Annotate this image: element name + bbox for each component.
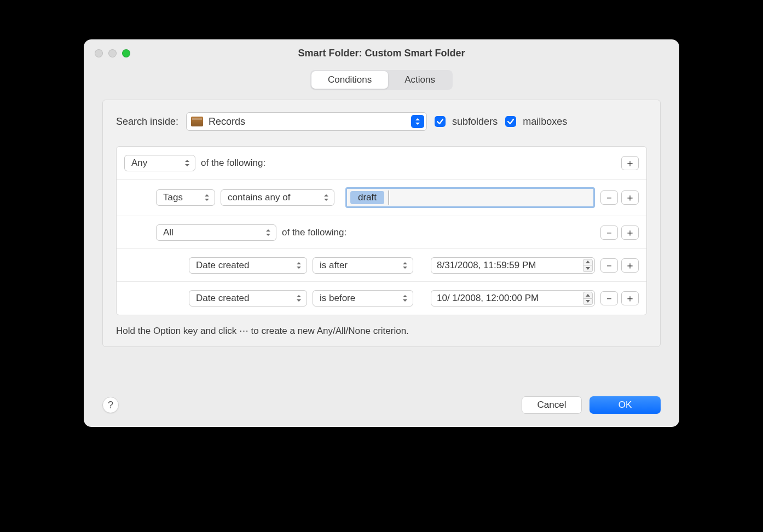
smart-folder-window: Smart Folder: Custom Smart Folder Condit… [84, 39, 679, 427]
attr-tags-select[interactable]: Tags [156, 189, 215, 206]
rule-row-date-before: Date created is before [117, 282, 646, 315]
add-rule-button[interactable]: ＋ [621, 291, 639, 305]
rule-row-tags: Tags contains any of dra [117, 180, 646, 216]
date-after-field[interactable]: 8/31/2008, 11:59:59 PM [431, 257, 595, 274]
conditions-panel: Search inside: Records subfolders [102, 100, 661, 347]
help-button[interactable]: ? [102, 397, 119, 413]
titlebar: Smart Folder: Custom Smart Folder [84, 39, 679, 67]
updown-icon [401, 295, 409, 302]
updown-icon [264, 229, 273, 236]
rule-row-all: All of the following: － ＋ [117, 216, 646, 249]
content-area: Conditions Actions Search inside: Record… [84, 67, 679, 384]
date-before-value: 10/ 1/2008, 12:00:00 PM [437, 293, 539, 304]
stepper-down-icon[interactable] [583, 299, 593, 305]
zoom-button[interactable] [122, 49, 130, 57]
attr-date-value: Date created [196, 293, 249, 304]
rule-row-date-after: Date created is after [117, 249, 646, 282]
updown-icon [294, 295, 303, 302]
add-rule-button[interactable]: ＋ [621, 190, 639, 205]
add-rule-button[interactable]: ＋ [621, 156, 639, 170]
window-title: Smart Folder: Custom Smart Folder [93, 48, 670, 59]
add-rule-button[interactable]: ＋ [621, 258, 639, 273]
mailboxes-option[interactable]: mailboxes [505, 116, 567, 128]
tab-actions[interactable]: Actions [388, 71, 452, 89]
attr-tags-value: Tags [163, 192, 183, 203]
attr-date-select[interactable]: Date created [189, 257, 307, 274]
subfolders-checkbox[interactable] [435, 116, 446, 127]
mailboxes-label: mailboxes [523, 116, 567, 128]
traffic-lights [95, 49, 130, 57]
folder-name: Records [209, 116, 406, 128]
search-inside-label: Search inside: [116, 116, 178, 128]
date-before-field[interactable]: 10/ 1/2008, 12:00:00 PM [431, 290, 595, 307]
mailboxes-checkbox[interactable] [505, 116, 516, 127]
footer: ? Cancel OK [84, 384, 679, 427]
date-stepper[interactable] [583, 259, 593, 272]
tags-input[interactable]: draft [345, 187, 595, 208]
updown-icon [401, 262, 409, 269]
folder-select[interactable]: Records [186, 112, 427, 131]
match-all-value: All [163, 227, 174, 238]
op-isbefore-value: is before [320, 293, 355, 304]
op-isafter-value: is after [320, 260, 348, 271]
tab-conditions[interactable]: Conditions [311, 71, 388, 89]
minimize-button[interactable] [108, 49, 117, 57]
op-contains-select[interactable]: contains any of [221, 189, 334, 206]
op-isafter-select[interactable]: is after [313, 257, 413, 274]
rules-list: Any of the following: ＋ Tags [116, 146, 647, 315]
cancel-button[interactable]: Cancel [522, 396, 582, 414]
stepper-up-icon[interactable] [583, 292, 593, 299]
attr-date-value: Date created [196, 260, 249, 271]
op-isbefore-select[interactable]: is before [313, 290, 413, 307]
dropdown-arrows-icon [411, 115, 424, 128]
updown-icon [294, 262, 303, 269]
segmented-tabs: Conditions Actions [310, 70, 453, 90]
remove-rule-button[interactable]: － [600, 225, 618, 240]
folder-icon [191, 117, 203, 126]
op-contains-value: contains any of [228, 192, 290, 203]
subfolders-option[interactable]: subfolders [435, 116, 498, 128]
match-all-select[interactable]: All [156, 224, 276, 241]
updown-icon [203, 194, 211, 201]
add-rule-button[interactable]: ＋ [621, 225, 639, 240]
tag-token-draft[interactable]: draft [350, 191, 384, 204]
updown-icon [322, 194, 331, 201]
date-stepper[interactable] [583, 292, 593, 305]
remove-rule-button[interactable]: － [600, 291, 618, 305]
remove-rule-button[interactable]: － [600, 258, 618, 273]
tags-text-field[interactable] [389, 190, 590, 205]
match-any-value: Any [131, 158, 147, 169]
remove-rule-button[interactable]: － [600, 190, 618, 205]
subfolders-label: subfolders [452, 116, 498, 128]
search-inside-row: Search inside: Records subfolders [116, 112, 647, 131]
hint-text: Hold the Option key and click ⋯ to creat… [116, 325, 647, 337]
match-any-select[interactable]: Any [124, 155, 195, 171]
attr-date-select[interactable]: Date created [189, 290, 307, 307]
date-after-value: 8/31/2008, 11:59:59 PM [437, 260, 536, 271]
updown-icon [183, 160, 192, 166]
close-button[interactable] [95, 49, 103, 57]
of-following-text: of the following: [201, 158, 265, 169]
stepper-up-icon[interactable] [583, 259, 593, 266]
stepper-down-icon[interactable] [583, 265, 593, 272]
tab-bar: Conditions Actions [102, 70, 661, 90]
ok-button[interactable]: OK [589, 396, 661, 414]
of-following-text: of the following: [282, 227, 346, 238]
rule-row-any: Any of the following: ＋ [117, 147, 646, 180]
